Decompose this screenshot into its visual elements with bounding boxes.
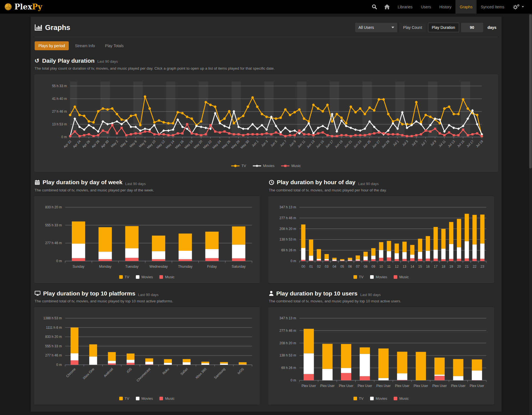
bar-music[interactable]	[434, 376, 444, 380]
bar-tv[interactable]	[126, 353, 134, 360]
bar-movies[interactable]	[322, 369, 332, 380]
point-music[interactable]	[448, 131, 450, 133]
bar-tv[interactable]	[152, 236, 165, 251]
bar-movies[interactable]	[125, 248, 138, 258]
scrollbar-track[interactable]	[529, 14, 532, 415]
bar-movies[interactable]	[453, 376, 463, 380]
point-tv[interactable]	[452, 113, 455, 115]
bar-music[interactable]	[410, 258, 414, 261]
point-music[interactable]	[209, 124, 212, 126]
bar-tv[interactable]	[418, 239, 422, 252]
bar-movies[interactable]	[410, 255, 414, 258]
bar-tv[interactable]	[426, 236, 430, 251]
nav-item-history[interactable]: History	[435, 0, 456, 14]
bar-movies[interactable]	[182, 362, 190, 365]
bar-tv[interactable]	[239, 362, 246, 365]
point-music[interactable]	[368, 133, 371, 135]
bar-movies[interactable]	[232, 244, 245, 258]
point-music[interactable]	[471, 133, 474, 135]
point-music[interactable]	[195, 133, 197, 135]
bar-movies[interactable]	[363, 256, 367, 260]
bar-tv[interactable]	[433, 227, 437, 250]
bar-tv[interactable]	[332, 258, 336, 259]
point-music[interactable]	[378, 131, 380, 133]
point-tv[interactable]	[378, 98, 380, 101]
bar-movies[interactable]	[472, 244, 477, 259]
point-music[interactable]	[139, 132, 141, 135]
point-music[interactable]	[387, 133, 389, 135]
bar-tv[interactable]	[348, 258, 352, 260]
bar-tv[interactable]	[179, 233, 192, 250]
bar-movies[interactable]	[70, 353, 78, 360]
bar-movies[interactable]	[239, 364, 246, 365]
point-tv[interactable]	[317, 107, 319, 110]
search-button[interactable]	[368, 0, 381, 14]
point-tv[interactable]	[246, 105, 249, 108]
point-music[interactable]	[481, 135, 483, 137]
point-music[interactable]	[307, 133, 310, 135]
bar-movies[interactable]	[378, 378, 388, 380]
bar-music[interactable]	[125, 258, 138, 261]
bar-music[interactable]	[98, 259, 112, 261]
point-tv[interactable]	[144, 95, 146, 98]
point-tv[interactable]	[134, 114, 137, 116]
bar-tv[interactable]	[416, 352, 426, 380]
point-tv[interactable]	[293, 111, 296, 113]
point-music[interactable]	[457, 134, 459, 136]
point-music[interactable]	[256, 133, 258, 135]
point-tv[interactable]	[209, 104, 212, 106]
point-tv[interactable]	[176, 111, 179, 113]
point-music[interactable]	[111, 124, 113, 126]
users-filter-select[interactable]: All Users	[355, 23, 397, 32]
bar-tv[interactable]	[457, 219, 461, 247]
point-tv[interactable]	[265, 116, 268, 118]
bar-tv[interactable]	[480, 214, 484, 243]
point-tv[interactable]	[83, 115, 85, 117]
bar-tv[interactable]	[164, 359, 172, 363]
point-tv[interactable]	[368, 107, 371, 109]
point-music[interactable]	[335, 135, 338, 137]
point-music[interactable]	[462, 129, 464, 131]
point-music[interactable]	[106, 131, 109, 133]
point-music[interactable]	[88, 133, 90, 135]
bar-music[interactable]	[232, 258, 245, 261]
point-music[interactable]	[186, 123, 188, 125]
bar-music[interactable]	[179, 259, 192, 261]
bar-music[interactable]	[304, 374, 314, 380]
bar-movies[interactable]	[449, 244, 453, 259]
tab-plays-by-period[interactable]: Plays by period	[35, 41, 69, 50]
point-music[interactable]	[443, 134, 446, 136]
bar-tv[interactable]	[70, 328, 78, 353]
bar-movies[interactable]	[472, 371, 482, 380]
point-tv[interactable]	[186, 116, 188, 118]
bar-music[interactable]	[480, 259, 484, 261]
point-tv[interactable]	[223, 117, 226, 120]
point-movies[interactable]	[354, 128, 357, 131]
nav-item-synced-items[interactable]: Synced Items	[477, 0, 508, 14]
bar-music[interactable]	[355, 260, 360, 261]
point-music[interactable]	[354, 134, 357, 136]
bar-tv[interactable]	[449, 222, 453, 244]
bar-movies[interactable]	[205, 249, 218, 258]
bar-music[interactable]	[340, 260, 344, 261]
point-music[interactable]	[401, 134, 403, 136]
point-music[interactable]	[205, 133, 207, 135]
point-tv[interactable]	[382, 98, 385, 101]
bar-tv[interactable]	[317, 249, 321, 259]
point-music[interactable]	[214, 130, 216, 133]
point-movies[interactable]	[242, 127, 245, 130]
point-music[interactable]	[429, 130, 431, 133]
legend-item-tv[interactable]: TV	[353, 396, 364, 401]
bar-music[interactable]	[72, 258, 85, 261]
bar-tv[interactable]	[98, 227, 112, 252]
bar-tv[interactable]	[402, 242, 406, 252]
bar-tv[interactable]	[108, 352, 116, 361]
bar-tv[interactable]	[371, 248, 375, 255]
point-music[interactable]	[130, 133, 132, 135]
point-tv[interactable]	[476, 114, 478, 116]
bar-music[interactable]	[397, 380, 407, 380]
point-tv[interactable]	[78, 114, 81, 116]
point-music[interactable]	[284, 135, 286, 137]
point-tv[interactable]	[289, 114, 291, 116]
point-music[interactable]	[424, 130, 427, 132]
